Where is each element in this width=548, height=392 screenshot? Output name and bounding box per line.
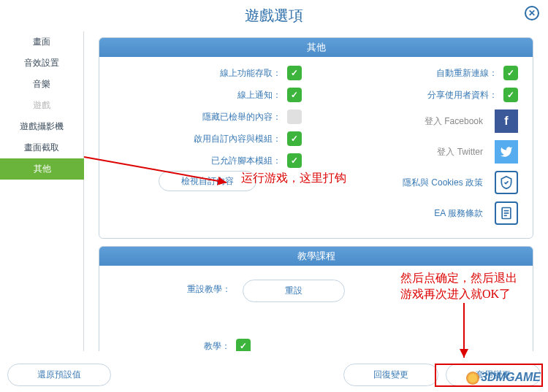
ea-tos-icon[interactable] (495, 201, 518, 225)
label-privacy: 隱私與 Cookies 政策 (403, 177, 483, 189)
privacy-icon[interactable] (495, 171, 518, 194)
label-login-tw: 登入 Twitter (437, 146, 483, 158)
checkbox-allow-script[interactable]: ✓ (287, 153, 302, 168)
panel-tutorial-title: 教學課程 (99, 247, 533, 266)
sidebar-item-sound[interactable]: 音效設置 (0, 53, 84, 74)
watermark: 3DMGAME (466, 371, 541, 385)
sidebar-item-screenshot[interactable]: 畫面截取 (0, 137, 84, 158)
checkbox-online-notify[interactable]: ✓ (287, 88, 302, 102)
panel-other-title: 其他 (99, 38, 533, 57)
sidebar-item-music[interactable]: 音樂 (0, 74, 84, 95)
close-button[interactable]: ✕ (525, 6, 539, 20)
label-ea-tos: EA 服務條款 (434, 207, 483, 220)
checkbox-online-storage[interactable]: ✓ (287, 66, 302, 80)
label-enable-custom: 啟用自訂內容與模組： (194, 133, 281, 145)
reset-tutorial-button[interactable]: 重設 (243, 280, 345, 302)
label-allow-script: 已允許腳本模組： (211, 155, 281, 167)
sidebar-item-game[interactable]: 遊戲 (0, 95, 84, 116)
panel-tutorial: 教學課程 重設教學： 重設 教學： ✓ (99, 246, 533, 351)
sidebar-item-graphics[interactable]: 畫面 (0, 31, 84, 53)
checkbox-share-data[interactable]: ✓ (503, 88, 518, 102)
sidebar-item-camera[interactable]: 遊戲攝影機 (0, 116, 84, 137)
checkbox-tutorial[interactable]: ✓ (236, 339, 251, 351)
checkbox-hide-content[interactable] (287, 109, 302, 124)
label-online-notify: 線上通知： (237, 89, 281, 101)
restore-defaults-button[interactable]: 還原預設值 (7, 364, 111, 386)
label-online-storage: 線上功能存取： (220, 67, 281, 80)
sidebar-item-other[interactable]: 其他 (0, 158, 84, 180)
twitter-button[interactable] (495, 140, 518, 164)
panel-other: 其他 線上功能存取：✓ 線上通知：✓ 隱藏已檢舉的內容： 啟用自訂內容與模組：✓… (99, 37, 533, 239)
sidebar: 畫面 音效設置 音樂 遊戲 遊戲攝影機 畫面截取 其他 (0, 31, 84, 351)
revert-button[interactable]: 回復變更 (343, 364, 438, 386)
facebook-button[interactable]: f (495, 109, 518, 133)
checkbox-enable-custom[interactable]: ✓ (287, 131, 302, 146)
label-login-fb: 登入 Facebook (425, 115, 483, 128)
browse-custom-button[interactable]: 檢視自訂內容 (159, 171, 256, 191)
label-auto-reconnect: 自動重新連線： (436, 67, 498, 80)
label-share-data: 分享使用者資料： (427, 89, 498, 101)
label-tutorial: 教學： (204, 340, 230, 352)
label-reset-tutorial: 重設教學： (187, 283, 231, 296)
label-hide-content: 隱藏已檢舉的內容： (202, 111, 281, 123)
page-title: 遊戲選項 (245, 7, 303, 23)
checkbox-auto-reconnect[interactable]: ✓ (503, 66, 518, 80)
